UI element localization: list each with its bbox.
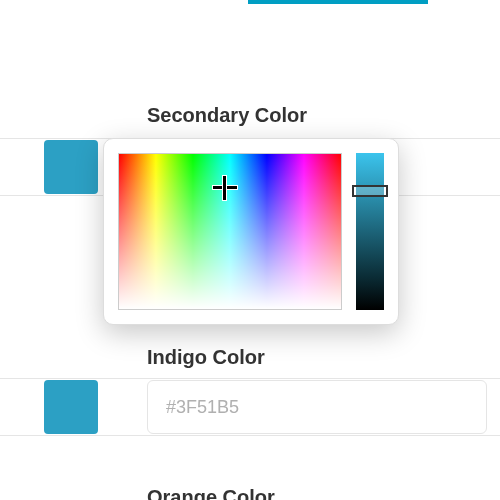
saturation-cursor-icon <box>213 176 237 200</box>
saturation-lightness-panel[interactable] <box>118 153 342 310</box>
color-picker-popover <box>103 138 399 325</box>
indigo-hex-input[interactable] <box>147 380 487 434</box>
secondary-color-label: Secondary Color <box>147 104 307 127</box>
secondary-color-swatch[interactable] <box>44 140 98 194</box>
indigo-color-label: Indigo Color <box>147 346 265 369</box>
hue-slider-thumb[interactable] <box>352 185 388 197</box>
hue-slider[interactable] <box>356 153 384 310</box>
orange-color-label: Orange Color <box>147 486 275 500</box>
top-accent-bar <box>248 0 428 4</box>
indigo-color-swatch[interactable] <box>44 380 98 434</box>
